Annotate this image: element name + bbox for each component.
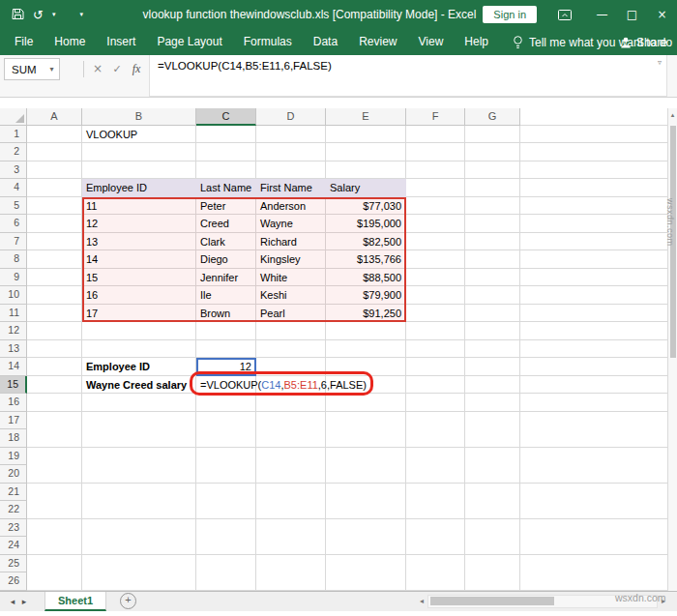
cell-B4[interactable]: Employee ID — [82, 179, 196, 197]
row-header-17[interactable]: 17 — [0, 412, 27, 430]
tab-home[interactable]: Home — [44, 29, 96, 55]
cell-C11[interactable]: Brown — [196, 305, 256, 323]
cell-B14[interactable]: Employee ID — [82, 358, 196, 376]
vertical-scrollbar[interactable]: ▴ — [667, 108, 677, 591]
row-header-22[interactable]: 22 — [0, 501, 27, 519]
cell-C9[interactable]: Jennifer — [196, 269, 256, 287]
tab-formulas[interactable]: Formulas — [233, 29, 303, 55]
cell-E8[interactable]: $135,766 — [326, 250, 406, 269]
cell-B7[interactable]: 13 — [82, 233, 196, 251]
ribbon-display-options-icon[interactable] — [558, 10, 572, 20]
row-header-18[interactable]: 18 — [0, 429, 27, 448]
cell-B11[interactable]: 17 — [82, 305, 196, 323]
grid[interactable]: 1234567891011121314151617181920212223242… — [0, 126, 667, 591]
row-header-9[interactable]: 9 — [0, 269, 27, 287]
cell-B5[interactable]: 11 — [82, 197, 196, 216]
row-header-1[interactable]: 1 — [0, 126, 27, 144]
row-header-2[interactable]: 2 — [0, 143, 27, 161]
name-box-dropdown-icon[interactable]: ▾ — [44, 65, 59, 73]
row-header-11[interactable]: 11 — [0, 305, 27, 323]
cell-C4[interactable]: Last Name — [196, 179, 256, 197]
save-icon[interactable] — [12, 8, 24, 22]
tab-data[interactable]: Data — [303, 29, 348, 55]
cell-B1[interactable]: VLOOKUP — [82, 126, 196, 144]
row-header-15[interactable]: 15 — [0, 376, 27, 395]
cell-E9[interactable]: $88,500 — [326, 269, 406, 287]
cell-E6[interactable]: $195,000 — [326, 215, 406, 233]
cell-D7[interactable]: Richard — [256, 233, 326, 251]
column-header-F[interactable]: F — [406, 108, 465, 126]
sign-in-button[interactable]: Sign in — [483, 6, 537, 23]
cell-D8[interactable]: Kingsley — [256, 250, 326, 269]
undo-dropdown-icon[interactable]: ▾ — [52, 12, 56, 18]
tab-help[interactable]: Help — [454, 29, 499, 55]
new-sheet-button[interactable]: + — [120, 593, 136, 609]
cell-B15[interactable]: Wayne Creed salary — [82, 376, 196, 395]
cell-D9[interactable]: White — [256, 269, 326, 287]
name-box[interactable]: SUM ▾ — [4, 58, 60, 80]
maximize-button[interactable]: □ — [617, 0, 647, 29]
sheet-nav-right-icon[interactable]: ▸ — [19, 597, 29, 606]
cell-C15[interactable]: =VLOOKUP(C14,B5:E11,6,FALSE) — [196, 376, 370, 395]
cell-C8[interactable]: Diego — [196, 250, 256, 269]
column-header-D[interactable]: D — [256, 108, 326, 126]
cell-D5[interactable]: Anderson — [256, 197, 326, 216]
formula-bar-collapse-icon[interactable]: ▿ — [658, 58, 662, 67]
cell-C5[interactable]: Peter — [196, 197, 256, 216]
column-header-G[interactable]: G — [465, 108, 520, 126]
tab-review[interactable]: Review — [348, 29, 407, 55]
row-header-14[interactable]: 14 — [0, 358, 27, 376]
tab-insert[interactable]: Insert — [96, 29, 146, 55]
qat-customize-icon[interactable]: ▾ — [79, 12, 83, 18]
row-header-12[interactable]: 12 — [0, 322, 27, 340]
row-header-4[interactable]: 4 — [0, 179, 27, 197]
row-header-6[interactable]: 6 — [0, 215, 27, 233]
cell-B9[interactable]: 15 — [82, 269, 196, 287]
row-header-7[interactable]: 7 — [0, 233, 27, 251]
column-header-E[interactable]: E — [326, 108, 406, 126]
tab-file[interactable]: File — [4, 29, 44, 55]
column-header-C[interactable]: C — [196, 108, 256, 126]
cell-E4[interactable]: Salary — [326, 179, 406, 197]
cell-B10[interactable]: 16 — [82, 286, 196, 305]
row-header-19[interactable]: 19 — [0, 448, 27, 466]
close-button[interactable]: × — [647, 0, 677, 29]
row-header-16[interactable]: 16 — [0, 394, 27, 412]
row-header-21[interactable]: 21 — [0, 484, 27, 502]
row-header-25[interactable]: 25 — [0, 555, 27, 573]
cell-C7[interactable]: Clark — [196, 233, 256, 251]
share-button[interactable]: Share — [620, 36, 667, 49]
cell-D4[interactable]: First Name — [256, 179, 326, 197]
row-header-13[interactable]: 13 — [0, 340, 27, 359]
cell-B6[interactable]: 12 — [82, 215, 196, 233]
tab-page-layout[interactable]: Page Layout — [146, 29, 232, 55]
cell-D6[interactable]: Wayne — [256, 215, 326, 233]
cell-B8[interactable]: 14 — [82, 250, 196, 269]
row-header-3[interactable]: 3 — [0, 161, 27, 180]
row-header-23[interactable]: 23 — [0, 519, 27, 538]
cell-C10[interactable]: Ile — [196, 286, 256, 305]
scroll-left-icon[interactable]: ◂ — [416, 597, 427, 605]
cell-E11[interactable]: $91,250 — [326, 305, 406, 323]
cell-E7[interactable]: $82,500 — [326, 233, 406, 251]
row-header-5[interactable]: 5 — [0, 197, 27, 216]
row-header-8[interactable]: 8 — [0, 250, 27, 269]
column-header-B[interactable]: B — [82, 108, 196, 126]
cancel-icon[interactable]: × — [89, 58, 106, 80]
row-header-26[interactable]: 26 — [0, 572, 27, 591]
scroll-up-icon[interactable]: ▴ — [668, 108, 677, 119]
column-header-A[interactable]: A — [27, 108, 82, 126]
select-all-corner[interactable] — [0, 108, 27, 126]
insert-function-icon[interactable]: fx — [128, 58, 145, 80]
row-header-10[interactable]: 10 — [0, 286, 27, 305]
sheet-tab-sheet1[interactable]: Sheet1 — [44, 592, 106, 612]
cell-E5[interactable]: $77,030 — [326, 197, 406, 216]
row-header-24[interactable]: 24 — [0, 537, 27, 555]
sheet-nav-left-icon[interactable]: ◂ — [8, 597, 17, 606]
minimize-button[interactable]: — — [587, 0, 617, 29]
cell-D11[interactable]: Pearl — [256, 305, 326, 323]
cell-C6[interactable]: Creed — [196, 215, 256, 233]
tab-view[interactable]: View — [408, 29, 455, 55]
cell-C14[interactable]: 12 — [196, 358, 256, 376]
formula-input[interactable]: =VLOOKUP(C14,B5:E11,6,FALSE) ▿ — [149, 55, 667, 97]
